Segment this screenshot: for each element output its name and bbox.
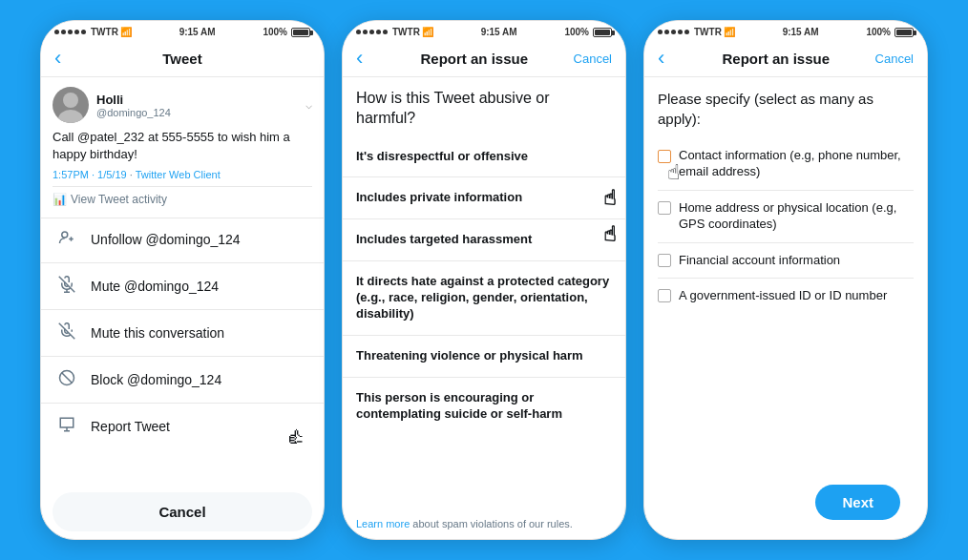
cancel-button-1[interactable]: Cancel	[53, 492, 312, 531]
cancel-button-2[interactable]: Cancel	[574, 52, 612, 66]
carrier-1: TWTR	[91, 27, 118, 37]
tweet-time: 1:57PM · 1/5/19	[53, 169, 127, 180]
svg-point-0	[63, 93, 78, 108]
carrier-2: TWTR	[392, 27, 420, 37]
wifi-icon-1: 📶	[120, 27, 132, 37]
user-info: Holli @domingo_124	[96, 93, 298, 118]
nav-bar-2: ‹ Report an issue Cancel	[343, 40, 625, 77]
checkbox-1[interactable]	[658, 201, 671, 215]
svg-line-10	[62, 373, 73, 384]
checkbox-item-1[interactable]: Home address or physical location (e.g, …	[658, 191, 914, 243]
avatar-img	[53, 87, 89, 123]
menu-item-unfollow[interactable]: Unfollow @domingo_124	[41, 218, 324, 260]
checkbox-3[interactable]	[658, 289, 671, 302]
battery-pct-3: 100%	[866, 27, 891, 37]
nav-title-3: Report an issue	[677, 51, 875, 67]
battery-icon-1	[291, 28, 310, 37]
status-right-3: 100%	[866, 27, 914, 37]
battery-pct-2: 100%	[564, 27, 589, 37]
cursor-hand-3: ☝︎	[667, 159, 680, 187]
checkbox-label-2: Financial account information	[679, 253, 840, 269]
menu-item-mute-user[interactable]: Mute @domingo_124	[41, 265, 324, 307]
menu-label-block: Block @domingo_124	[91, 372, 221, 387]
report-option-2-label: Includes targeted harassment	[356, 232, 532, 246]
status-left-2: TWTR 📶	[356, 27, 433, 37]
report-option-1[interactable]: Includes private information ☝︎	[343, 177, 625, 219]
report-option-0[interactable]: It's disrespectful or offensive	[343, 136, 625, 178]
menu-item-block[interactable]: Block @domingo_124	[41, 359, 324, 401]
view-activity-label: View Tweet activity	[71, 193, 167, 206]
battery-pct-1: 100%	[263, 27, 287, 37]
chevron-down-icon[interactable]: ⌵	[305, 98, 312, 112]
cancel-button-3[interactable]: Cancel	[875, 52, 914, 66]
report-content-2: How is this Tweet abusive or harmful? It…	[343, 77, 625, 539]
phone-3: TWTR 📶 9:15 AM 100% ‹ Report an issue Ca…	[643, 20, 928, 540]
checkbox-item-2[interactable]: Financial account information	[658, 243, 914, 280]
checkbox-item-3[interactable]: A government-issued ID or ID number	[658, 279, 914, 304]
menu-list: Unfollow @domingo_124 Mute @domingo_124 …	[41, 218, 324, 539]
phone-2: TWTR 📶 9:15 AM 100% ‹ Report an issue Ca…	[342, 20, 626, 540]
menu-item-report[interactable]: Report Tweet 👍︎	[41, 405, 324, 447]
time-1: 9:15 AM	[179, 27, 216, 37]
checkbox-label-3: A government-issued ID or ID number	[679, 288, 887, 304]
wifi-icon-2: 📶	[422, 27, 433, 37]
checkbox-2[interactable]	[658, 254, 671, 267]
svg-point-1	[58, 110, 83, 123]
wifi-icon-3: 📶	[724, 27, 735, 37]
mute-convo-icon	[56, 322, 77, 343]
report-options-list: It's disrespectful or offensive Includes…	[343, 136, 625, 508]
status-bar-3: TWTR 📶 9:15 AM 100%	[644, 21, 927, 40]
report-option-5[interactable]: This person is encouraging or contemplat…	[343, 378, 625, 435]
report-option-4[interactable]: Threatening violence or physical harm	[343, 336, 625, 378]
status-left-1: TWTR 📶	[54, 27, 132, 37]
back-button-3[interactable]: ‹	[658, 46, 677, 71]
battery-icon-3	[894, 28, 914, 37]
specify-content: Please specify (select as many as apply)…	[644, 77, 927, 539]
tweet-area: Holli @domingo_124 ⌵ Call @patel_232 at …	[41, 77, 324, 218]
phone-3-footer: Next	[644, 471, 927, 539]
block-icon	[56, 369, 77, 390]
back-button-1[interactable]: ‹	[54, 46, 74, 71]
checkbox-item-0[interactable]: Contact information (e.g, phone number, …	[658, 138, 914, 191]
tweet-header: Holli @domingo_124 ⌵	[53, 87, 312, 123]
tweet-text: Call @patel_232 at 555-5555 to wish him …	[53, 129, 312, 163]
phone-1: TWTR 📶 9:15 AM 100% ‹ Tweet Holli	[40, 20, 325, 540]
learn-more: Learn more about spam violations of our …	[343, 508, 625, 539]
checkbox-label-1: Home address or physical location (e.g, …	[679, 200, 914, 233]
learn-more-link[interactable]: Learn more	[356, 518, 410, 529]
tweet-meta: 1:57PM · 1/5/19 · Twitter Web Client	[53, 169, 312, 180]
signal-dots-1	[54, 30, 86, 34]
signal-dots-3	[658, 30, 689, 34]
nav-title-1: Tweet	[74, 51, 291, 67]
user-handle: @domingo_124	[96, 107, 298, 118]
checkbox-label-0: Contact information (e.g, phone number, …	[679, 148, 914, 180]
next-button[interactable]: Next	[815, 485, 900, 520]
status-bar-2: TWTR 📶 9:15 AM 100%	[343, 21, 625, 40]
unfollow-icon	[56, 229, 77, 250]
report-option-3[interactable]: It directs hate against a protected cate…	[343, 261, 625, 336]
menu-label-report: Report Tweet	[91, 419, 170, 434]
cursor-hand-1: 👍︎	[285, 425, 306, 449]
menu-label-mute-convo: Mute this conversation	[91, 325, 224, 341]
report-option-2[interactable]: Includes targeted harassment ☝︎	[343, 219, 625, 261]
nav-bar-3: ‹ Report an issue Cancel	[644, 40, 927, 77]
view-activity[interactable]: 📊 View Tweet activity	[53, 186, 312, 212]
report-question: How is this Tweet abusive or harmful?	[343, 77, 625, 136]
back-button-2[interactable]: ‹	[356, 46, 375, 71]
status-right-2: 100%	[564, 27, 612, 37]
learn-more-text: about spam violations of our rules.	[410, 518, 573, 529]
nav-bar-1: ‹ Tweet	[41, 40, 324, 77]
checkbox-list: Contact information (e.g, phone number, …	[644, 138, 927, 305]
carrier-3: TWTR	[694, 27, 722, 37]
bar-chart-icon: 📊	[53, 193, 67, 206]
avatar	[53, 87, 89, 123]
status-left-3: TWTR 📶	[658, 27, 735, 37]
status-right-1: 100%	[263, 27, 310, 37]
tweet-client[interactable]: Twitter Web Client	[136, 169, 221, 180]
nav-title-2: Report an issue	[375, 51, 574, 67]
menu-item-mute-convo[interactable]: Mute this conversation	[41, 312, 324, 354]
signal-dots-2	[356, 30, 388, 34]
menu-label-mute-user: Mute @domingo_124	[91, 279, 219, 294]
report-icon	[56, 416, 77, 437]
time-2: 9:15 AM	[481, 27, 517, 37]
